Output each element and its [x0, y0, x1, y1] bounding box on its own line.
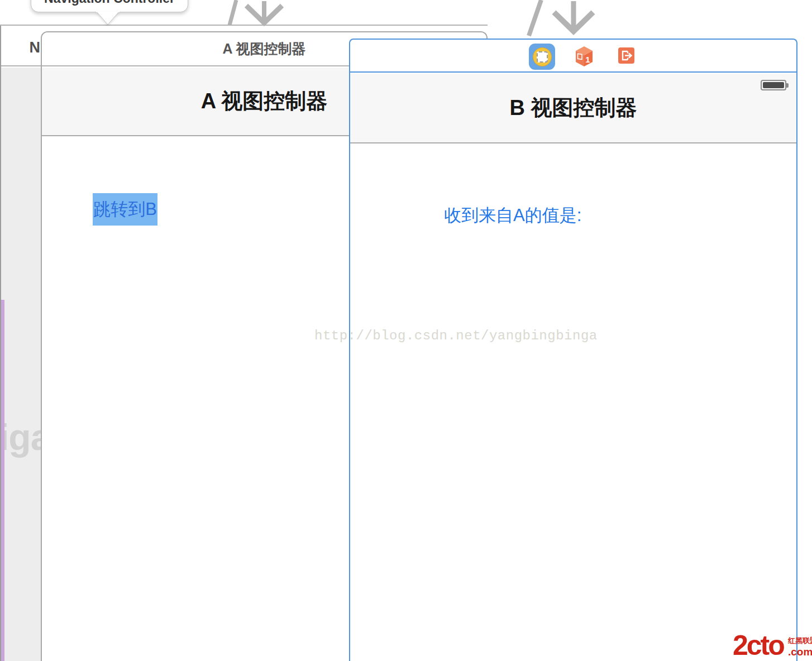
view-controller-icon[interactable]	[529, 44, 555, 70]
navigation-controller-scene[interactable]: N iga	[0, 25, 41, 661]
logo-brand-text: 2cto	[733, 631, 784, 659]
segue-arrow-to-b[interactable]	[529, 0, 593, 36]
view-controller-icon-circle	[533, 47, 552, 66]
tooltip-bubble: Navigation Controller	[31, 0, 188, 12]
logo-tld-text: .com	[788, 646, 812, 658]
site-logo: 2cto 红黑联盟 .com	[733, 634, 812, 661]
scene-a-header-title: A 视图控制器	[222, 40, 305, 58]
first-responder-icon[interactable]: 1	[575, 46, 594, 67]
scene-b-view[interactable]: 收到来自A的值是:	[350, 145, 796, 661]
scene-b-dock: 1	[350, 40, 796, 73]
exit-icon[interactable]	[618, 47, 634, 64]
blog-url-watermark: http://blog.csdn.net/yangbingbinga	[314, 328, 598, 343]
navigation-controller-tooltip: Navigation Controller	[31, 0, 188, 12]
received-value-label[interactable]: 收到来自A的值是:	[444, 204, 581, 227]
logo-alliance-text: 红黑联盟	[788, 636, 812, 646]
first-responder-badge: 1	[585, 55, 590, 64]
segue-arrow-to-a[interactable]	[230, 0, 282, 25]
navigation-controller-title-fragment: N	[30, 39, 41, 56]
jump-to-b-button[interactable]: 跳转到B	[93, 193, 157, 226]
storyboard-canvas: N iga A 视图控制器 A 视图控制器 跳转到B	[0, 0, 812, 661]
tooltip-tail	[95, 12, 120, 26]
jump-to-b-button-label: 跳转到B	[93, 198, 157, 221]
scene-b-view-controller[interactable]: 1 B 视图控制器 收到来自A的值是:	[349, 39, 797, 661]
navigation-controller-scene-body: iga	[1, 68, 41, 661]
tooltip-label: Navigation Controller	[31, 0, 188, 5]
navigation-controller-big-label-fragment: iga	[0, 416, 41, 458]
scene-b-nav-title: B 视图控制器	[350, 74, 796, 142]
view-controller-icon-view-glyph	[537, 51, 548, 63]
scene-b-navigation-bar[interactable]: B 视图控制器	[350, 74, 796, 143]
scene-a-nav-title: A 视图控制器	[201, 87, 328, 116]
left-edge-highlight-strip	[1, 300, 4, 661]
